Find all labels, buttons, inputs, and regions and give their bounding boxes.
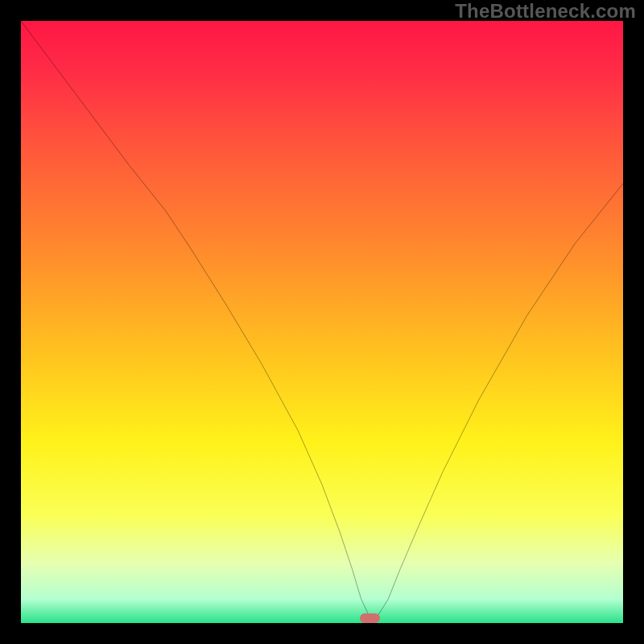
optimum-marker	[360, 613, 380, 623]
watermark-text: TheBottleneck.com	[455, 0, 636, 23]
chart-frame: TheBottleneck.com	[0, 0, 644, 644]
plot-area	[21, 21, 623, 623]
bottleneck-curve	[21, 21, 623, 623]
